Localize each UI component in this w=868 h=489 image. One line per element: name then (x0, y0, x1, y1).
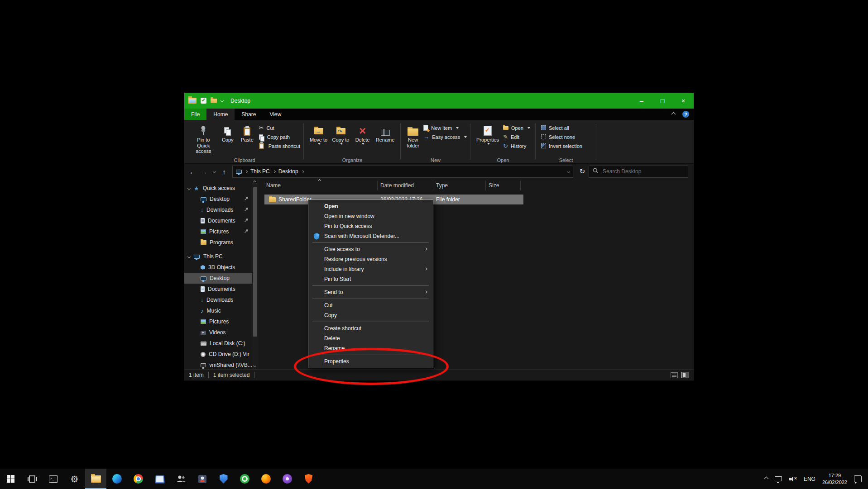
edge-button[interactable] (106, 469, 128, 489)
speaker-muted-icon[interactable]: × (789, 476, 797, 482)
back-button[interactable]: ← (187, 166, 198, 177)
purple-app-button[interactable] (277, 469, 298, 489)
sidebar-item-videos[interactable]: Videos (184, 327, 252, 338)
context-menu-item-cut[interactable]: Cut (308, 300, 433, 310)
sidebar-item-downloads-pinned[interactable]: ↓ Downloads (184, 204, 252, 215)
task-view-button[interactable] (21, 469, 43, 489)
open-button[interactable]: Open (503, 124, 530, 132)
address-dropdown-chevron-icon[interactable] (567, 170, 570, 173)
up-button[interactable]: ↑ (219, 166, 230, 177)
properties-button[interactable]: Properties (474, 122, 501, 146)
context-menu-item-scan-with-defender[interactable]: Scan with Microsoft Defender... (308, 231, 433, 241)
details-view-button[interactable] (671, 372, 678, 378)
paste-shortcut-button[interactable]: Paste shortcut (259, 142, 300, 150)
breadcrumb-desktop[interactable]: Desktop (278, 168, 298, 175)
sidebar-item-pictures-pinned[interactable]: Pictures (184, 226, 252, 237)
copy-button[interactable]: Copy (218, 122, 237, 144)
context-menu-item-send-to[interactable]: Send to (308, 287, 433, 297)
new-folder-qat-icon[interactable] (211, 99, 217, 103)
select-all-button[interactable]: Select all (541, 124, 582, 132)
context-menu-item-open-in-new-window[interactable]: Open in new window (308, 211, 433, 221)
settings-button[interactable]: ⚙ (64, 469, 85, 489)
breadcrumb-chevron-icon[interactable] (301, 170, 304, 173)
context-menu-item-delete[interactable]: Delete (308, 333, 433, 343)
terminal-button[interactable]: >_ (43, 469, 64, 489)
pin-to-quick-access-button[interactable]: Pin to Quick access (189, 122, 218, 156)
language-indicator[interactable]: ENG (804, 476, 815, 482)
rename-button[interactable]: Rename (373, 122, 397, 144)
properties-qat-icon[interactable] (201, 98, 206, 104)
sidebar-item-documents-pinned[interactable]: Documents (184, 215, 252, 226)
security-shield-button[interactable] (213, 469, 234, 489)
search-input[interactable] (602, 168, 684, 175)
sidebar-item-music[interactable]: ♪ Music (184, 305, 252, 316)
chrome-button[interactable] (128, 469, 149, 489)
address-box[interactable]: This PC Desktop (232, 166, 573, 178)
edit-button[interactable]: ✎ Edit (503, 133, 530, 141)
move-to-button[interactable]: → Move to (307, 122, 330, 146)
tab-home[interactable]: Home (206, 109, 235, 120)
search-box[interactable] (589, 166, 688, 178)
sidebar-item-3d-objects[interactable]: 3D Objects (184, 262, 252, 273)
tab-view[interactable]: View (263, 109, 288, 120)
tab-share[interactable]: Share (235, 109, 263, 120)
refresh-button[interactable]: ↻ (577, 166, 588, 177)
sidebar-item-downloads[interactable]: ↓ Downloads (184, 294, 252, 305)
context-menu-item-open[interactable]: Open (308, 201, 433, 211)
firefox-button[interactable] (255, 469, 277, 489)
context-menu-item-properties[interactable]: Properties (308, 356, 433, 366)
select-none-button[interactable]: Select none (541, 133, 582, 141)
context-menu-item-create-shortcut[interactable]: Create shortcut (308, 323, 433, 333)
virtualbox-button[interactable] (149, 469, 170, 489)
sidebar-item-vmshared[interactable]: vmShared (\\VB... (184, 360, 252, 369)
sidebar-section-quick-access[interactable]: ★ Quick access (184, 183, 252, 194)
column-header-type[interactable]: Type (433, 180, 486, 190)
context-menu-item-give-access-to[interactable]: Give access to (308, 244, 433, 254)
collapse-ribbon-icon[interactable] (671, 112, 676, 117)
column-header-size[interactable]: Size (486, 180, 521, 190)
large-icons-view-button[interactable] (681, 372, 689, 378)
context-menu-item-pin-to-quick-access[interactable]: Pin to Quick access (308, 221, 433, 231)
scroll-down-icon[interactable] (253, 364, 256, 367)
sidebar-section-this-pc[interactable]: This PC (184, 251, 252, 262)
paste-button[interactable]: Paste (237, 122, 257, 144)
sidebar-scrollbar[interactable] (252, 179, 258, 369)
scroll-up-icon[interactable] (253, 180, 256, 184)
forward-button[interactable]: → (199, 166, 210, 177)
sidebar-item-local-disk-c[interactable]: Local Disk (C:) (184, 338, 252, 349)
maximize-button[interactable]: □ (652, 93, 673, 109)
new-folder-button[interactable]: New folder (404, 122, 422, 150)
breadcrumb-this-pc[interactable]: This PC (250, 168, 270, 175)
sidebar-item-cd-drive-d[interactable]: CD Drive (D:) Vir (184, 349, 252, 360)
copy-to-button[interactable]: ↷ Copy to (330, 122, 352, 146)
customize-qat-chevron-icon[interactable] (221, 99, 224, 102)
cut-button[interactable]: ✂ Cut (259, 124, 300, 132)
context-menu-item-restore-previous-versions[interactable]: Restore previous versions (308, 254, 433, 264)
sidebar-item-programs[interactable]: Programs (184, 237, 252, 248)
titlebar[interactable]: Desktop – □ × (184, 93, 694, 109)
file-explorer-taskbar-button[interactable] (85, 469, 106, 489)
context-menu-item-copy[interactable]: Copy (308, 310, 433, 320)
recent-locations-chevron-icon[interactable] (211, 166, 218, 177)
expand-chevron-icon[interactable] (187, 186, 191, 190)
sidebar-item-desktop-pinned[interactable]: Desktop (184, 194, 252, 204)
minimize-button[interactable]: – (631, 93, 652, 109)
delete-button[interactable]: × Delete (352, 122, 373, 146)
hidden-icons-chevron-icon[interactable] (764, 477, 768, 481)
green-ring-app-button[interactable] (234, 469, 255, 489)
scrollbar-thumb[interactable] (253, 187, 257, 337)
context-menu-item-rename[interactable]: Rename (308, 343, 433, 353)
history-button[interactable]: ↻ History (503, 142, 530, 150)
easy-access-button[interactable]: → Easy access (423, 133, 467, 141)
brave-button[interactable] (298, 469, 319, 489)
context-menu-item-include-in-library[interactable]: Include in library (308, 264, 433, 274)
help-icon[interactable]: ? (682, 111, 689, 118)
expand-chevron-icon[interactable] (187, 255, 191, 258)
clock[interactable]: 17:29 26/02/2022 (822, 472, 847, 486)
tab-file[interactable]: File (184, 109, 206, 120)
breadcrumb-chevron-icon[interactable] (273, 170, 276, 173)
invert-selection-button[interactable]: Invert selection (541, 142, 582, 150)
sidebar-item-pictures[interactable]: Pictures (184, 316, 252, 327)
sidebar-item-desktop[interactable]: Desktop (184, 273, 252, 284)
sidebar-item-documents[interactable]: Documents (184, 284, 252, 294)
